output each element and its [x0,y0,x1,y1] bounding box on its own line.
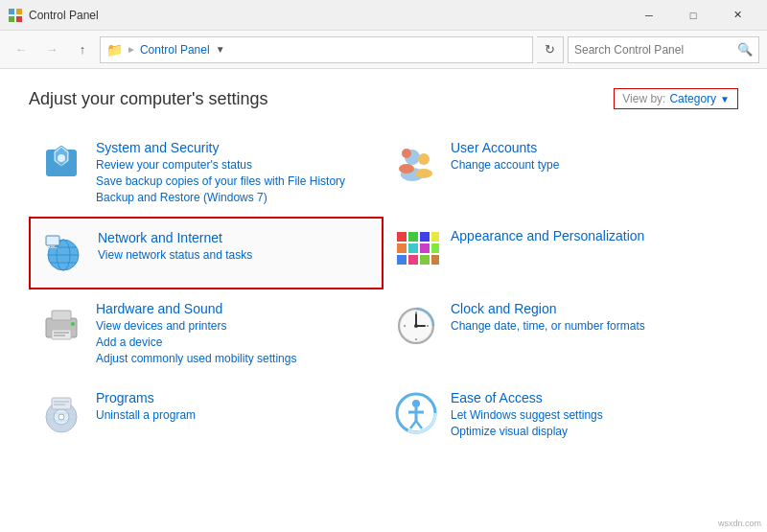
page-header: Adjust your computer's settings View by:… [29,88,738,109]
folder-icon: 📁 [106,42,123,58]
svg-point-12 [402,149,411,158]
view-by-arrow: ▼ [720,94,730,104]
svg-point-58 [412,400,420,407]
view-by-value: Category [669,92,716,105]
svg-rect-31 [408,255,418,265]
category-user-accounts[interactable]: User Accounts Change account type [384,128,738,217]
hardware-sound-link-1[interactable]: View devices and printers [96,318,374,335]
svg-rect-33 [431,255,439,265]
hardware-sound-link-3[interactable]: Adjust commonly used mobility settings [96,351,374,367]
hardware-sound-link-2[interactable]: Add a device [96,335,374,351]
watermark: wsxdn.com [718,519,761,528]
search-icon[interactable]: 🔍 [737,42,753,57]
category-system-security[interactable]: System and Security Review your computer… [29,128,384,217]
hardware-sound-title[interactable]: Hardware and Sound [96,301,374,316]
svg-line-62 [416,421,422,428]
system-security-icon [38,140,84,186]
category-network-internet[interactable]: Network and Internet View network status… [29,217,384,289]
appearance-title[interactable]: Appearance and Personalization [451,228,729,243]
refresh-button[interactable]: ↻ [537,36,564,63]
ease-of-access-text: Ease of Access Let Windows suggest setti… [451,390,729,440]
network-internet-link-1[interactable]: View network status and tasks [98,247,372,264]
minimize-button[interactable]: ─ [627,0,671,31]
system-security-link-3[interactable]: Backup and Restore (Windows 7) [96,190,374,206]
svg-point-11 [415,169,432,178]
categories-grid: System and Security Review your computer… [29,128,738,451]
system-security-link-1[interactable]: Review your computer's status [96,157,374,173]
close-button[interactable]: ✕ [715,0,759,31]
svg-rect-29 [431,243,439,253]
system-security-link-2[interactable]: Save backup copies of your files with Fi… [96,173,374,190]
svg-rect-39 [54,335,65,336]
category-ease-of-access[interactable]: Ease of Access Let Windows suggest setti… [384,379,738,451]
hardware-sound-text: Hardware and Sound View devices and prin… [96,301,374,366]
view-by-label: View by: [622,92,665,105]
appearance-text: Appearance and Personalization [451,228,729,245]
svg-rect-28 [420,243,430,253]
maximize-button[interactable]: □ [671,0,715,31]
svg-rect-25 [431,232,439,242]
title-bar-controls: ─ □ ✕ [627,0,759,31]
search-input[interactable] [574,43,733,57]
svg-rect-38 [54,332,69,334]
title-bar-left: Control Panel [8,8,99,23]
forward-button[interactable]: → [38,36,65,63]
clock-region-title[interactable]: Clock and Region [451,301,729,316]
ease-of-access-link-2[interactable]: Optimize visual display [451,424,729,440]
category-hardware-sound[interactable]: Hardware and Sound View devices and prin… [29,289,384,378]
network-internet-title[interactable]: Network and Internet [98,230,372,245]
breadcrumb-dropdown-arrow[interactable]: ▼ [216,44,225,55]
system-security-title[interactable]: System and Security [96,140,374,155]
svg-rect-19 [46,236,59,245]
search-box[interactable]: 🔍 [568,36,759,63]
back-button[interactable]: ← [8,36,35,63]
svg-rect-3 [16,16,22,22]
ease-of-access-icon [393,390,439,436]
network-internet-text: Network and Internet View network status… [98,230,372,264]
svg-rect-21 [48,247,58,248]
system-security-text: System and Security Review your computer… [96,140,374,205]
ease-of-access-link-1[interactable]: Let Windows suggest settings [451,407,729,424]
app-icon [8,8,23,23]
svg-point-37 [71,322,75,326]
svg-rect-0 [9,9,14,14]
svg-rect-32 [420,255,430,265]
user-accounts-title[interactable]: User Accounts [451,140,729,155]
title-bar-label: Control Panel [29,9,99,22]
up-button[interactable]: ↑ [69,36,96,63]
clock-region-text: Clock and Region Change date, time, or n… [451,301,729,335]
breadcrumb-bar[interactable]: 📁 ► Control Panel ▼ [100,36,533,63]
page-title: Adjust your computer's settings [29,89,268,109]
main-content: Adjust your computer's settings View by:… [0,69,767,532]
svg-rect-24 [420,232,430,242]
svg-point-10 [418,153,430,165]
category-clock-region[interactable]: Clock and Region Change date, time, or n… [384,289,738,378]
svg-rect-27 [408,243,418,253]
svg-rect-30 [397,255,407,265]
svg-point-44 [414,324,418,328]
programs-link-1[interactable]: Uninstall a program [96,407,374,424]
view-by-dropdown[interactable]: View by: Category ▼ [614,88,738,109]
svg-rect-53 [52,398,71,409]
svg-rect-22 [397,232,407,242]
ease-of-access-title[interactable]: Ease of Access [451,390,729,405]
svg-rect-2 [9,16,14,22]
programs-text: Programs Uninstall a program [96,390,374,424]
category-appearance[interactable]: Appearance and Personalization [384,217,738,289]
svg-point-7 [58,154,65,162]
svg-point-51 [58,414,64,420]
user-accounts-icon [393,140,439,186]
user-accounts-link-1[interactable]: Change account type [451,157,729,173]
network-internet-icon [40,230,86,276]
svg-rect-1 [16,9,22,14]
appearance-icon [393,228,439,274]
programs-icon [38,390,84,436]
breadcrumb-control-panel[interactable]: Control Panel [140,43,210,57]
svg-rect-26 [397,243,407,253]
clock-region-link-1[interactable]: Change date, time, or number formats [451,318,729,335]
programs-title[interactable]: Programs [96,390,374,405]
category-programs[interactable]: Programs Uninstall a program [29,379,384,451]
address-bar: ← → ↑ 📁 ► Control Panel ▼ ↻ 🔍 [0,31,767,69]
hardware-sound-icon [38,301,84,347]
user-accounts-text: User Accounts Change account type [451,140,729,173]
